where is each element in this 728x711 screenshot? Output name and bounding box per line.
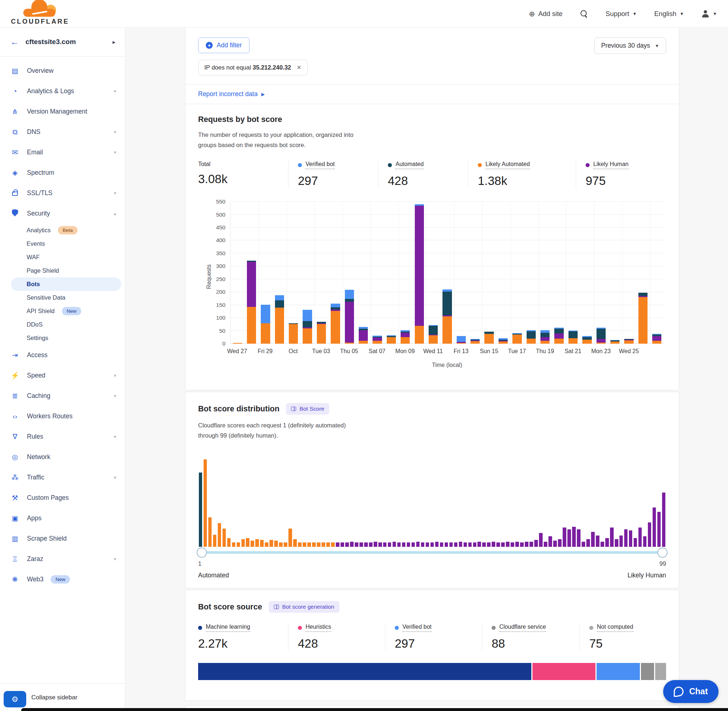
filter-chip[interactable]: IP does not equal 35.212.240.32 ✕	[198, 60, 308, 75]
histogram-bar	[563, 528, 566, 547]
sidebar-item-email[interactable]: ✉Email▾	[0, 142, 125, 162]
stat-label[interactable]: Likely Human	[593, 161, 629, 169]
bar-segment-likely-automated	[471, 341, 480, 344]
y-tick-label: 300	[216, 263, 226, 269]
sidebar-item-scrape-shield[interactable]: ▥Scrape Shield	[0, 528, 125, 549]
sidebar-item-analytics-logs[interactable]: ◔Analytics & Logs▾	[0, 81, 125, 101]
bar-segment-verified-bot	[275, 295, 284, 300]
sidebar-item-workers-routes[interactable]: ‹›Workers Routes	[0, 406, 125, 426]
sidebar-item-bots[interactable]: Bots	[11, 277, 121, 291]
sidebar-item-apps[interactable]: ▣Apps	[0, 508, 125, 528]
sidebar-item-access[interactable]: ⇥Access	[0, 345, 125, 365]
add-site-button[interactable]: ⊕ Add site	[529, 9, 563, 18]
histogram-bar	[477, 542, 481, 547]
sidebar-item-rules[interactable]: ∇Rules▾	[0, 426, 125, 447]
sidebar-item-analytics[interactable]: AnalyticsBeta	[0, 224, 125, 237]
sidebar-item-label: Security	[27, 210, 50, 217]
sidebar-item-label: API Shield	[27, 308, 55, 314]
histogram-bar	[596, 535, 600, 547]
bot-score-generation-badge[interactable]: Bot score generation	[269, 601, 340, 613]
source-card: Bot score source Bot score generation Ma…	[185, 590, 679, 701]
stat-label[interactable]: Machine learning	[206, 624, 250, 632]
histogram-bar	[525, 542, 529, 547]
score-range-slider[interactable]	[198, 551, 666, 554]
bar-segment-likely-human	[443, 315, 452, 316]
sidebar-item-caching[interactable]: ≣Caching▾	[0, 385, 125, 406]
x-tick-label: Sat 21	[564, 348, 581, 355]
sidebar-item-spectrum[interactable]: ◈Spectrum	[0, 162, 125, 183]
sidebar-item-network[interactable]: ◎Network	[0, 447, 125, 467]
bar-segment-likely-automated	[610, 341, 619, 344]
sidebar-item-traffic[interactable]: ⁂Traffic▾	[0, 467, 125, 487]
chevron-right-icon: ▸	[112, 38, 115, 46]
badge-new: New	[62, 307, 81, 315]
back-arrow-icon[interactable]: ←	[10, 37, 19, 46]
close-icon[interactable]: ✕	[297, 64, 301, 71]
add-filter-button[interactable]: + Add filter	[198, 37, 250, 53]
sidebar-item-zaraz[interactable]: ΞZaraz▾	[0, 549, 125, 569]
histogram-bar	[459, 542, 462, 547]
settings-gear-button[interactable]: ⚙	[4, 691, 26, 707]
support-menu[interactable]: Support ▼	[605, 10, 637, 18]
stat-label[interactable]: Likely Automated	[486, 161, 530, 169]
sidebar-item-label: DNS	[27, 128, 40, 136]
stat-label[interactable]: Verified bot	[402, 624, 431, 632]
histogram-bar	[482, 543, 486, 547]
sidebar-item-sensitive-data[interactable]: Sensitive Data	[0, 291, 125, 304]
sidebar-item-dns[interactable]: ⧉DNS▾	[0, 122, 125, 142]
site-selector[interactable]: ← cftestsite3.com ▸	[0, 28, 125, 56]
bar-segment-automated	[569, 331, 577, 338]
y-axis-label: Requests	[206, 264, 212, 289]
bar-segment-likely-automated	[652, 341, 662, 344]
dns-icon: ⧉	[10, 128, 20, 136]
sidebar-item-ddos[interactable]: DDoS	[0, 318, 125, 331]
bar-segment-verified-bot	[387, 335, 396, 336]
badge-beta: Beta	[58, 226, 78, 235]
date-range-selector[interactable]: Previous 30 days ▼	[594, 37, 666, 54]
sidebar-item-page-shield[interactable]: Page Shield	[0, 264, 125, 277]
sidebar-item-version-management[interactable]: ⋔Version Management	[0, 101, 125, 122]
chat-button[interactable]: Chat	[663, 680, 719, 703]
sidebar-item-settings[interactable]: Settings	[0, 331, 125, 345]
sidebar-item-events[interactable]: Events	[0, 237, 125, 251]
stat-label[interactable]: Cloudflare service	[499, 624, 546, 632]
sidebar-item-waf[interactable]: WAF	[0, 251, 125, 264]
histogram-bar	[586, 539, 590, 547]
stat-label[interactable]: Automated	[396, 161, 424, 169]
cloudflare-logo[interactable]: CLOUDFLARE	[11, 2, 69, 25]
sidebar-item-api-shield[interactable]: API ShieldNew	[0, 304, 125, 318]
search-icon[interactable]	[580, 10, 588, 18]
language-menu[interactable]: English ▼	[654, 10, 684, 18]
sidebar-item-label: Overview	[27, 67, 53, 75]
stat-label[interactable]: Heuristics	[306, 624, 331, 632]
sidebar-item-speed[interactable]: ⚡Speed▾	[0, 365, 125, 385]
bar-segment-likely-human	[317, 323, 326, 324]
account-menu[interactable]: ▼	[701, 10, 717, 18]
stat-label[interactable]: Not computed	[597, 624, 633, 632]
y-tick-label: 50	[219, 327, 226, 334]
network-icon: ◎	[10, 454, 20, 460]
sidebar-item-custom-pages[interactable]: ⚒Custom Pages	[0, 487, 125, 508]
sidebar-item-ssl-tls[interactable]: SSL/TLS▾	[0, 183, 125, 203]
histogram-bar	[473, 543, 477, 547]
sidebar-item-security[interactable]: Security▴	[0, 203, 125, 224]
bot-score-badge[interactable]: Bot Score	[286, 403, 329, 415]
bar-segment-verified-bot	[569, 330, 577, 331]
sidebar-item-overview[interactable]: ▤Overview	[0, 60, 125, 81]
bar-segment-verified-bot	[345, 290, 354, 299]
badge-new: New	[51, 575, 70, 584]
distribution-card: Bot score distribution Bot Score Cloudfl…	[185, 392, 679, 588]
sidebar-item-web3[interactable]: ❋Web3New	[0, 569, 125, 589]
sidebar-item-label: Settings	[27, 335, 49, 341]
histogram-bar	[558, 539, 561, 547]
slider-handle-max[interactable]	[657, 547, 667, 558]
report-incorrect-data-link[interactable]: Report incorrect data ▶	[198, 90, 265, 98]
sidebar-item-label: Events	[27, 240, 45, 247]
shield-icon	[10, 209, 20, 218]
stat-heuristics: Heuristics428	[288, 624, 385, 651]
slider-handle-min[interactable]	[196, 547, 207, 558]
gear-icon: ⚙	[12, 695, 19, 704]
stat-label[interactable]: Verified bot	[306, 161, 335, 169]
bar-segment-automated	[331, 307, 340, 310]
x-tick-label: Wed 27	[227, 348, 247, 355]
